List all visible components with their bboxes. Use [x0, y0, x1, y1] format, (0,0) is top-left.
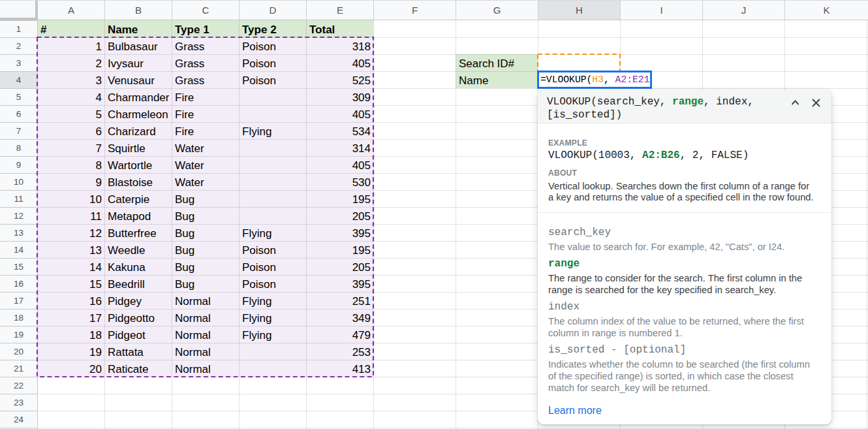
cell-C20[interactable]: Normal — [172, 345, 238, 360]
close-icon[interactable] — [811, 97, 822, 108]
cell-D14[interactable]: Poison — [240, 243, 305, 258]
cell-B19[interactable]: Pidgeot — [105, 328, 171, 343]
cell-C18[interactable]: Normal — [172, 311, 238, 326]
row-header-20[interactable]: 20 — [0, 343, 37, 360]
cell-E17[interactable]: 251 — [307, 294, 373, 309]
column-header-K[interactable]: K — [784, 1, 868, 20]
column-header-C[interactable]: C — [172, 1, 239, 20]
table-header-Type 2[interactable]: Type 2 — [240, 22, 305, 37]
cell-D17[interactable]: Flying — [240, 294, 305, 309]
cell-E10[interactable]: 530 — [307, 175, 373, 190]
cell-A16[interactable]: 15 — [38, 277, 104, 292]
cell-C8[interactable]: Water — [172, 141, 238, 156]
cell-B21[interactable]: Raticate — [105, 362, 171, 377]
cell-C14[interactable]: Bug — [172, 243, 238, 258]
cell-B8[interactable]: Squirtle — [105, 141, 171, 156]
cell-A2[interactable]: 1 — [38, 39, 104, 54]
table-header-#[interactable]: # — [38, 22, 104, 37]
cell-C2[interactable]: Grass — [172, 39, 238, 54]
cell-D7[interactable]: Flying — [240, 124, 305, 139]
cell-B16[interactable]: Beedrill — [105, 277, 171, 292]
cell-C15[interactable]: Bug — [172, 260, 238, 275]
cell-E8[interactable]: 314 — [307, 141, 373, 156]
cell-C5[interactable]: Fire — [172, 90, 238, 105]
cell-B2[interactable]: Bulbasaur — [105, 39, 171, 54]
row-header-5[interactable]: 5 — [0, 88, 37, 105]
select-all-corner[interactable] — [0, 1, 38, 20]
table-header-Total[interactable]: Total — [307, 22, 373, 37]
column-header-D[interactable]: D — [239, 1, 306, 20]
cell-A15[interactable]: 14 — [38, 260, 104, 275]
row-header-12[interactable]: 12 — [0, 207, 37, 224]
cell-A17[interactable]: 16 — [38, 294, 104, 309]
cell-B18[interactable]: Pidgeotto — [105, 311, 171, 326]
cell-C11[interactable]: Bug — [172, 192, 238, 207]
cell-B7[interactable]: Charizard — [105, 124, 171, 139]
cell-C10[interactable]: Water — [172, 175, 238, 190]
cell-E16[interactable]: 395 — [307, 277, 373, 292]
cell-A4[interactable]: 3 — [38, 73, 104, 88]
cell-C9[interactable]: Water — [172, 158, 238, 173]
row-header-2[interactable]: 2 — [0, 37, 37, 54]
row-header-18[interactable]: 18 — [0, 309, 37, 326]
cell-A10[interactable]: 9 — [38, 175, 104, 190]
cell-E21[interactable]: 413 — [307, 362, 373, 377]
formula-editor-cell[interactable]: =VLOOKUP(H3, A2:E21 — [537, 71, 652, 89]
cell-A5[interactable]: 4 — [38, 90, 104, 105]
cell-C3[interactable]: Grass — [172, 56, 238, 71]
cell-C13[interactable]: Bug — [172, 226, 238, 241]
cell-B5[interactable]: Charmander — [105, 90, 171, 105]
column-header-E[interactable]: E — [306, 1, 373, 20]
cell-A12[interactable]: 11 — [38, 209, 104, 224]
cell-E14[interactable]: 195 — [307, 243, 373, 258]
row-header-4[interactable]: 4 — [0, 71, 37, 88]
cell-B4[interactable]: Venusaur — [105, 73, 171, 88]
row-header-19[interactable]: 19 — [0, 326, 37, 343]
cell-D3[interactable]: Poison — [240, 56, 305, 71]
cell-B12[interactable]: Metapod — [105, 209, 171, 224]
row-header-15[interactable]: 15 — [0, 258, 37, 275]
row-header-3[interactable]: 3 — [0, 54, 37, 71]
cell-E15[interactable]: 205 — [307, 260, 373, 275]
column-header-G[interactable]: G — [456, 1, 538, 20]
cell-E18[interactable]: 349 — [307, 311, 373, 326]
cell-B3[interactable]: Ivysaur — [105, 56, 171, 71]
cell-E6[interactable]: 405 — [307, 107, 373, 122]
table-header-Type 1[interactable]: Type 1 — [172, 22, 238, 37]
cell-C12[interactable]: Bug — [172, 209, 238, 224]
cell-D18[interactable]: Flying — [240, 311, 305, 326]
collapse-chevron-icon[interactable] — [790, 97, 801, 108]
cell-E4[interactable]: 525 — [307, 73, 373, 88]
row-header-6[interactable]: 6 — [0, 105, 37, 122]
cell-A11[interactable]: 10 — [38, 192, 104, 207]
cell-A7[interactable]: 6 — [38, 124, 104, 139]
cell-A6[interactable]: 5 — [38, 107, 104, 122]
row-header-8[interactable]: 8 — [0, 139, 37, 156]
row-header-22[interactable]: 22 — [0, 377, 37, 394]
cell-A21[interactable]: 20 — [38, 362, 104, 377]
row-header-17[interactable]: 17 — [0, 292, 37, 309]
cell-C21[interactable]: Normal — [172, 362, 238, 377]
cell-B14[interactable]: Weedle — [105, 243, 171, 258]
cell-B17[interactable]: Pidgey — [105, 294, 171, 309]
cell-B6[interactable]: Charmeleon — [105, 107, 171, 122]
cell-A8[interactable]: 7 — [38, 141, 104, 156]
cell-B10[interactable]: Blastoise — [105, 175, 171, 190]
cell-A19[interactable]: 18 — [38, 328, 104, 343]
row-header-10[interactable]: 10 — [0, 173, 37, 190]
column-header-H[interactable]: H — [538, 1, 620, 20]
cell-E13[interactable]: 395 — [307, 226, 373, 241]
column-header-A[interactable]: A — [37, 1, 104, 20]
name-label-cell[interactable]: Name — [456, 73, 537, 88]
cell-A14[interactable]: 13 — [38, 243, 104, 258]
cell-C16[interactable]: Bug — [172, 277, 238, 292]
cell-E20[interactable]: 253 — [307, 345, 373, 360]
column-header-F[interactable]: F — [373, 1, 456, 20]
row-header-9[interactable]: 9 — [0, 156, 37, 173]
row-header-14[interactable]: 14 — [0, 241, 37, 258]
cell-D19[interactable]: Flying — [240, 328, 305, 343]
cell-C4[interactable]: Grass — [172, 73, 238, 88]
cell-D2[interactable]: Poison — [240, 39, 305, 54]
cell-A9[interactable]: 8 — [38, 158, 104, 173]
cell-D16[interactable]: Poison — [240, 277, 305, 292]
